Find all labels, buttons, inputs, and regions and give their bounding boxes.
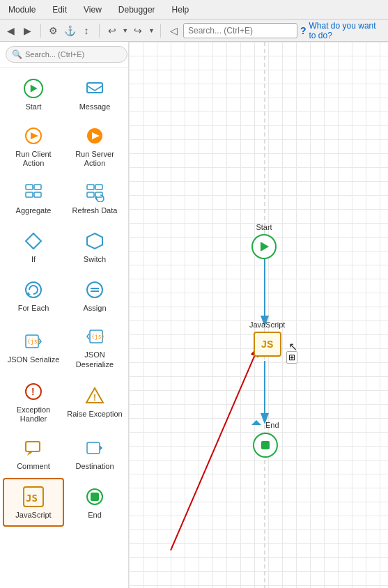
svg-marker-43 xyxy=(261,242,269,252)
tool-run-client[interactable]: Run Client Action xyxy=(3,119,64,173)
destination-label: Destination xyxy=(75,462,114,471)
menu-help[interactable]: Help xyxy=(169,3,192,16)
switch-icon xyxy=(84,230,106,252)
tool-javascript[interactable]: JS JavaScript xyxy=(3,478,64,527)
refresh-data-icon xyxy=(84,181,106,203)
redo-dropdown[interactable]: ▼ xyxy=(148,22,155,39)
menu-view[interactable]: View xyxy=(81,3,104,16)
svg-marker-17 xyxy=(26,233,41,249)
separator-1 xyxy=(40,24,41,38)
svg-point-19 xyxy=(26,282,41,297)
raise-exception-label: Raise Exception xyxy=(67,410,123,419)
javascript-icon: JS xyxy=(22,486,45,508)
run-client-icon xyxy=(22,125,45,147)
separator-3 xyxy=(160,24,161,38)
sidebar: 🔍 ❮ Start xyxy=(0,42,129,588)
menu-module[interactable]: Module xyxy=(6,3,38,16)
aggregate-label: Aggregate xyxy=(16,206,52,215)
assign-icon xyxy=(84,279,106,301)
tool-assign[interactable]: Assign xyxy=(64,271,125,320)
refresh-data-label: Refresh Data xyxy=(72,206,118,215)
svg-rect-9 xyxy=(34,185,41,189)
tool-comment[interactable]: Comment xyxy=(3,429,64,478)
sidebar-search-input[interactable] xyxy=(25,50,121,59)
redo-button[interactable]: ↪ xyxy=(132,22,146,39)
json-deserialize-label: JSON Deserialize xyxy=(67,350,123,369)
svg-rect-34 xyxy=(87,442,100,454)
back-button[interactable]: ◀ xyxy=(4,22,18,39)
tool-message[interactable]: Message xyxy=(64,70,125,119)
canvas[interactable]: Start JavaScript JS ↖ ⊞ End xyxy=(129,42,388,588)
what-to-do[interactable]: ? What do you want to do? xyxy=(300,21,384,40)
svg-text:!: ! xyxy=(93,393,96,403)
json-serialize-icon: {js} xyxy=(22,330,45,353)
svg-text:{js}: {js} xyxy=(91,334,104,340)
tool-json-deserialize[interactable]: {js} JSON Deserialize xyxy=(64,320,125,374)
svg-line-3 xyxy=(95,86,102,91)
sidebar-header: 🔍 ❮ xyxy=(0,42,128,68)
javascript-label: JavaScript xyxy=(15,511,51,520)
toolbar-search-container xyxy=(183,23,297,38)
sort-button[interactable]: ↕ xyxy=(79,22,93,39)
forward-button[interactable]: ▶ xyxy=(21,22,35,39)
svg-marker-18 xyxy=(87,233,102,249)
tool-for-each[interactable]: For Each xyxy=(3,271,64,320)
end-node-top-label: End xyxy=(265,421,279,429)
destination-icon xyxy=(84,437,106,459)
svg-rect-13 xyxy=(95,185,102,189)
js-node-shape: JS xyxy=(254,332,281,357)
js-node[interactable]: JavaScript JS ↖ ⊞ xyxy=(249,320,285,357)
tool-start[interactable]: Start xyxy=(3,70,64,119)
back2-button[interactable]: ◁ xyxy=(166,22,180,39)
svg-rect-1 xyxy=(87,83,102,93)
js-node-label: JavaScript xyxy=(249,320,285,329)
tool-json-serialize[interactable]: {js} JSON Serialize xyxy=(3,320,64,374)
svg-point-21 xyxy=(87,282,102,297)
main-layout: 🔍 ❮ Start xyxy=(0,42,388,588)
toolbar: ◀ ▶ ⚙ ⚓ ↕ ↩ ▼ ↪ ▼ ◁ ? What do you want t… xyxy=(0,20,388,42)
sidebar-search-container: 🔍 xyxy=(6,46,127,63)
menu-edit[interactable]: Edit xyxy=(49,3,70,16)
anchor-button[interactable]: ⚓ xyxy=(63,22,77,39)
if-icon xyxy=(22,230,45,252)
tool-refresh-data[interactable]: Refresh Data xyxy=(64,173,125,222)
separator-2 xyxy=(99,24,100,38)
start-node-shape xyxy=(251,234,277,259)
svg-rect-12 xyxy=(87,185,94,189)
svg-rect-11 xyxy=(34,192,41,197)
json-deserialize-icon: {js} xyxy=(84,325,106,348)
for-each-label: For Each xyxy=(18,304,49,313)
search-icon: 🔍 xyxy=(12,49,22,59)
js-node-icon: JS xyxy=(261,339,273,350)
tool-destination[interactable]: Destination xyxy=(64,429,125,478)
json-serialize-label: JSON Serialize xyxy=(8,355,60,364)
toolbar-search-input[interactable] xyxy=(188,26,293,36)
undo-dropdown[interactable]: ▼ xyxy=(122,22,129,39)
svg-text:!: ! xyxy=(31,386,35,397)
tool-run-server[interactable]: Run Server Action xyxy=(64,119,125,173)
aggregate-icon xyxy=(22,181,45,203)
svg-rect-14 xyxy=(87,192,94,197)
svg-rect-10 xyxy=(26,192,33,197)
tool-aggregate[interactable]: Aggregate xyxy=(3,173,64,222)
tool-end[interactable]: End xyxy=(64,478,125,527)
undo-button[interactable]: ↩ xyxy=(105,22,119,39)
comment-icon xyxy=(22,437,45,459)
run-server-icon xyxy=(84,125,106,147)
tool-exception-handler[interactable]: ! Exception Handler xyxy=(3,375,64,429)
settings-button[interactable]: ⚙ xyxy=(46,22,60,39)
what-to-do-label: What do you want to do? xyxy=(309,21,385,40)
tools-grid: Start Message xyxy=(0,68,128,529)
exception-handler-icon: ! xyxy=(22,380,45,403)
menu-debugger[interactable]: Debugger xyxy=(116,3,158,16)
run-client-label: Run Client Action xyxy=(6,150,61,168)
end-node[interactable]: End xyxy=(251,420,279,458)
tool-if[interactable]: If xyxy=(3,222,64,271)
tool-switch[interactable]: Switch xyxy=(64,222,125,271)
assign-label: Assign xyxy=(83,304,106,313)
exception-handler-label: Exception Handler xyxy=(6,405,61,424)
for-each-icon xyxy=(22,279,45,301)
tool-raise-exception[interactable]: ! Raise Exception xyxy=(64,375,125,429)
start-node[interactable]: Start xyxy=(251,223,277,259)
start-icon xyxy=(22,77,45,100)
